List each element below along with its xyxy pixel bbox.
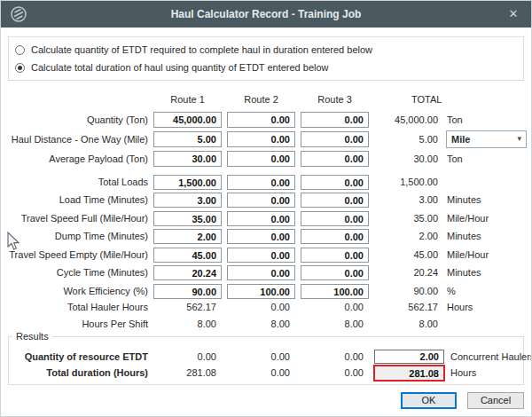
row-label: Dump Time (Minutes) (1, 229, 148, 244)
haul-distance-route1-input[interactable] (153, 131, 222, 147)
quantity-etdt-total-input[interactable] (374, 350, 444, 364)
row-value: 0.00 (227, 302, 295, 313)
table-row-average-payload: Average Payload (Ton) 30.00 Ton (1, 151, 532, 167)
unit-dropdown-value: Mile (451, 134, 470, 145)
row-label: Haul Distance - One Way (Mile) (1, 131, 148, 147)
result-value: 0.00 (227, 366, 295, 380)
speed-full-route2-input[interactable] (227, 211, 295, 226)
dump-time-route3-input[interactable] (301, 229, 369, 244)
total-loads-route1-input[interactable] (153, 175, 222, 190)
mode-option-label: Calculate total duration of haul using q… (31, 62, 329, 73)
work-eff-route2-input[interactable] (227, 284, 295, 299)
row-total: 5.00 (367, 131, 438, 147)
result-value: 0.00 (227, 350, 295, 364)
row-unit: Minutes (447, 229, 481, 244)
avg-payload-route3-input[interactable] (301, 151, 369, 167)
row-unit: Mile/Hour (447, 211, 489, 226)
table-row-load-time: Load Time (Minutes) 3.00 Minutes (1, 193, 532, 208)
mode-option-label: Calculate quantity of ETDT required to c… (31, 44, 372, 55)
row-label: Quantity (Ton) (1, 112, 148, 128)
close-icon[interactable]: ✕ (501, 1, 526, 28)
cycle-time-route1-input[interactable] (153, 265, 222, 280)
cycle-time-route3-input[interactable] (301, 265, 369, 280)
row-label: Work Efficiency (%) (1, 284, 148, 299)
total-duration-highlighted-field (373, 365, 445, 382)
column-header-total: TOTAL (411, 93, 442, 106)
avg-payload-route2-input[interactable] (227, 151, 295, 167)
speed-full-route1-input[interactable] (153, 211, 222, 226)
total-loads-route3-input[interactable] (301, 175, 369, 190)
row-unit: Ton (447, 112, 463, 128)
column-header-route3: Route 3 (301, 93, 369, 106)
row-unit: Ton (447, 151, 463, 167)
row-label: Load Time (Minutes) (1, 193, 148, 208)
row-label: Hours Per Shift (1, 319, 148, 330)
calculation-mode-group: Calculate quantity of ETDT required to c… (8, 36, 524, 81)
mode-option-duration[interactable]: Calculate total duration of haul using q… (15, 61, 329, 74)
quantity-route1-input[interactable] (153, 112, 222, 128)
result-label: Quantity of resource ETDT (1, 350, 148, 364)
table-row-travel-speed-empty: Travel Speed Empty (Mile/Hour) 45.00 Mil… (1, 248, 532, 263)
table-row-work-efficiency: Work Efficiency (%) 90.00 % (1, 284, 532, 299)
speed-full-route3-input[interactable] (301, 211, 369, 226)
dump-time-route1-input[interactable] (153, 229, 222, 244)
speed-empty-route2-input[interactable] (227, 248, 295, 263)
result-value: 0.00 (301, 366, 369, 380)
table-row-hours-per-shift: Hours Per Shift 8.00 8.00 8.00 8.00 (1, 319, 532, 330)
row-value: 8.00 (153, 319, 222, 330)
dump-time-route2-input[interactable] (227, 229, 295, 244)
results-row-total-duration: Total duration (Hours) 281.08 0.00 0.00 … (1, 366, 532, 380)
avg-payload-route1-input[interactable] (153, 151, 222, 167)
row-label: Total Loads (1, 175, 148, 190)
speed-empty-route1-input[interactable] (153, 248, 222, 263)
work-eff-route3-input[interactable] (301, 284, 369, 299)
table-row-travel-speed-full: Travel Speed Full (Mile/Hour) 35.00 Mile… (1, 211, 532, 226)
result-value: 281.08 (153, 366, 222, 380)
table-row-cycle-time: Cycle Time (Minutes) 20.24 Minutes (1, 265, 532, 280)
row-unit: Mile/Hour (447, 248, 489, 263)
row-value: 562.17 (153, 302, 222, 313)
radio-unselected-icon[interactable] (15, 45, 25, 55)
cycle-time-route2-input[interactable] (227, 265, 295, 280)
load-time-route2-input[interactable] (227, 193, 295, 208)
unit-dropdown[interactable]: Mile ▾ (446, 130, 527, 148)
cancel-button[interactable]: Cancel (467, 392, 524, 409)
table-row-dump-time: Dump Time (Minutes) 2.00 Minutes (1, 229, 532, 244)
speed-empty-route3-input[interactable] (301, 248, 369, 263)
row-unit: Hours (447, 302, 473, 313)
row-total: 20.24 (367, 265, 438, 280)
total-loads-route2-input[interactable] (227, 175, 295, 190)
row-value: 8.00 (227, 319, 295, 330)
title-bar: Haul Calculator Record - Training Job ✕ (1, 1, 531, 28)
load-time-route1-input[interactable] (153, 193, 222, 208)
row-total: 45,000.00 (367, 112, 438, 128)
result-value: 0.00 (301, 350, 369, 364)
row-label: Average Payload (Ton) (1, 151, 148, 167)
row-total: 30.00 (367, 151, 438, 167)
quantity-route3-input[interactable] (301, 112, 369, 128)
row-unit: Minutes (447, 265, 481, 280)
row-label: Total Hauler Hours (1, 302, 148, 313)
column-header-route1: Route 1 (153, 93, 222, 106)
results-legend: Results (12, 331, 52, 342)
work-eff-route1-input[interactable] (153, 284, 222, 299)
mode-option-quantity[interactable]: Calculate quantity of ETDT required to c… (15, 43, 372, 56)
results-row-quantity-etdt: Quantity of resource ETDT 0.00 0.00 0.00… (1, 350, 532, 364)
window-title: Haul Calculator Record - Training Job (1, 8, 531, 20)
radio-selected-icon[interactable] (15, 63, 25, 73)
haul-distance-route3-input[interactable] (301, 131, 369, 147)
row-total: 1,500.00 (367, 175, 438, 190)
row-unit: Minutes (447, 193, 481, 208)
row-label: Cycle Time (Minutes) (1, 265, 148, 280)
column-header-route2: Route 2 (227, 93, 295, 106)
chevron-down-icon: ▾ (517, 134, 521, 143)
result-label: Total duration (Hours) (1, 366, 148, 380)
row-value: 8.00 (301, 319, 369, 330)
haul-calculator-dialog: Haul Calculator Record - Training Job ✕ … (0, 0, 532, 417)
table-row-quantity: Quantity (Ton) 45,000.00 Ton (1, 112, 532, 128)
ok-button[interactable]: OK (401, 392, 457, 409)
haul-distance-route2-input[interactable] (227, 131, 295, 147)
row-total: 3.00 (367, 193, 438, 208)
quantity-route2-input[interactable] (227, 112, 295, 128)
load-time-route3-input[interactable] (301, 193, 369, 208)
